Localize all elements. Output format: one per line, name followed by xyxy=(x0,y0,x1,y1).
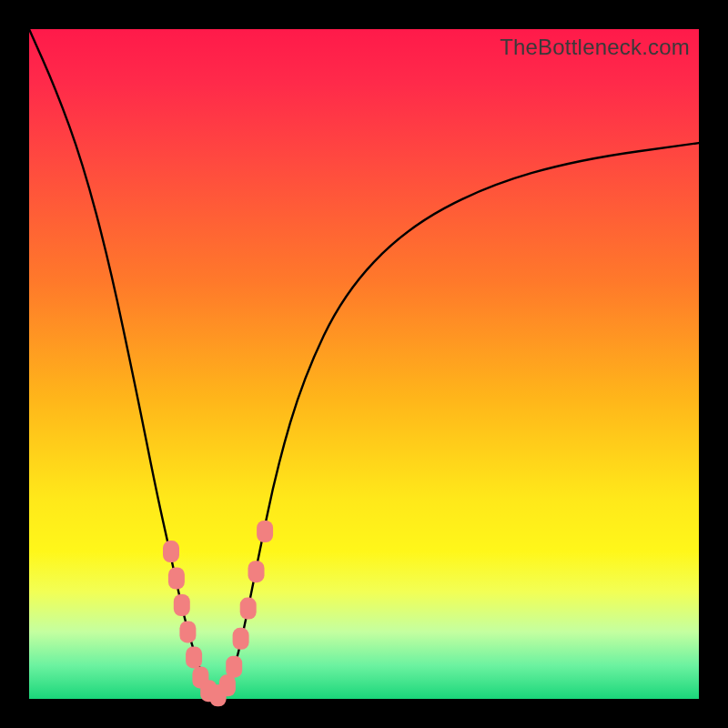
data-marker xyxy=(248,561,265,582)
data-marker xyxy=(174,594,190,616)
data-marker xyxy=(219,674,236,696)
data-marker xyxy=(226,656,242,678)
data-marker xyxy=(179,621,196,642)
chart-frame: TheBottleneck.com xyxy=(29,29,699,699)
data-marker xyxy=(186,646,202,668)
bottleneck-curve xyxy=(29,29,699,695)
chart-svg xyxy=(29,29,699,699)
data-marker xyxy=(168,568,185,590)
data-marker xyxy=(233,628,249,650)
data-marker xyxy=(163,541,179,562)
watermark-text: TheBottleneck.com xyxy=(500,35,690,60)
data-marker xyxy=(240,598,257,620)
data-markers xyxy=(163,521,273,706)
data-marker xyxy=(257,521,273,542)
